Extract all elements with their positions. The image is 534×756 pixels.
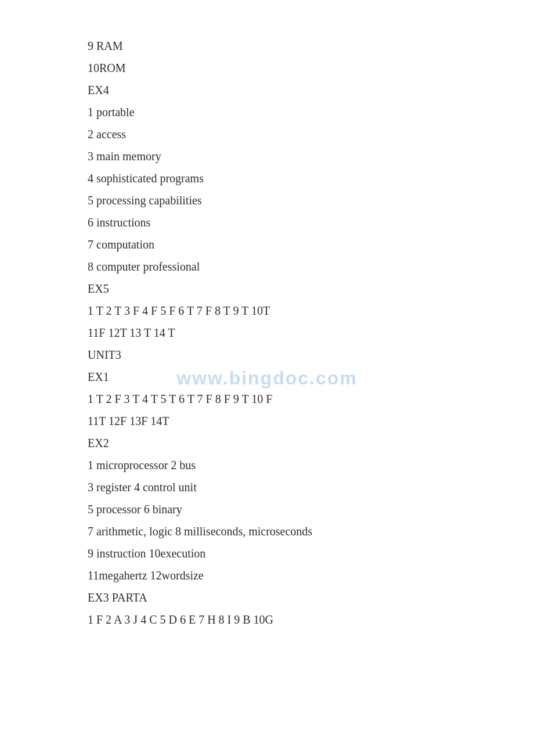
line-ex2-row5: 9 instruction 10execution	[88, 542, 488, 564]
line-7-computation: 7 computation	[88, 233, 488, 255]
line-ex1: EX1	[88, 366, 488, 388]
line-ex1-row2: 11T 12F 13F 14T	[88, 410, 488, 432]
line-ex2: EX2	[88, 432, 488, 454]
line-ex5-row1: 1 T 2 T 3 F 4 F 5 F 6 T 7 F 8 T 9 T 10T	[88, 300, 488, 322]
line-6-instructions: 6 instructions	[88, 211, 488, 233]
line-ex4: EX4	[88, 79, 488, 101]
line-2-access: 2 access	[88, 123, 488, 145]
line-9-ram: 9 RAM	[88, 35, 488, 57]
line-ex2-row2: 3 register 4 control unit	[88, 476, 488, 498]
line-4-sophisticated: 4 sophisticated programs	[88, 167, 488, 189]
line-5-processing: 5 processing capabilities	[88, 189, 488, 211]
line-ex3-row1: 1 F 2 A 3 J 4 C 5 D 6 E 7 H 8 I 9 B 10G	[88, 609, 488, 631]
line-ex1-row1: 1 T 2 F 3 T 4 T 5 T 6 T 7 F 8 F 9 T 10 F	[88, 388, 488, 410]
line-3-main-memory: 3 main memory	[88, 145, 488, 167]
line-ex5: EX5	[88, 278, 488, 300]
line-ex5-row2: 11F 12T 13 T 14 T	[88, 322, 488, 344]
line-1-portable: 1 portable	[88, 101, 488, 123]
line-ex3-parta: EX3 PARTA	[88, 586, 488, 609]
line-ex2-row3: 5 processor 6 binary	[88, 498, 488, 520]
line-ex2-row6: 11megahertz 12wordsize	[88, 564, 488, 586]
line-10-rom: 10ROM	[88, 57, 488, 79]
main-content: 9 RAM10ROMEX41 portable2 access3 main me…	[88, 35, 488, 631]
line-ex2-row1: 1 microprocessor 2 bus	[88, 454, 488, 476]
line-unit3: UNIT3	[88, 344, 488, 366]
line-ex2-row4: 7 arithmetic, logic 8 milliseconds, micr…	[88, 520, 488, 542]
line-8-computer-professional: 8 computer professional	[88, 255, 488, 278]
